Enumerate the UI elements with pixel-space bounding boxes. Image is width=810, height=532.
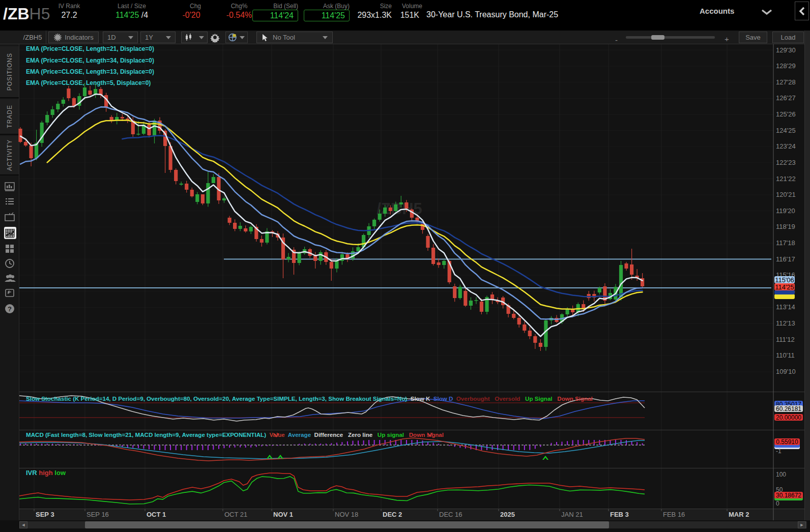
svg-text:112'13: 112'13	[776, 319, 795, 327]
svg-text:109'10: 109'10	[776, 368, 796, 375]
svg-text:120'21: 120'21	[776, 191, 796, 198]
svg-text:113'14: 113'14	[776, 303, 795, 311]
svg-text:2025: 2025	[500, 511, 515, 518]
svg-text:115'06: 115'06	[775, 276, 794, 284]
svg-text:IVR high low: IVR high low	[26, 469, 66, 477]
svg-text:122'23: 122'23	[776, 159, 796, 166]
svg-text:119'20: 119'20	[776, 207, 795, 215]
svg-text:20.00000: 20.00000	[776, 414, 801, 421]
svg-text:EMA (Price=CLOSE, Length=21, D: EMA (Price=CLOSE, Length=21, Displace=0)	[26, 45, 154, 52]
svg-text:MACD (Fast length=8, Slow leng: MACD (Fast length=8, Slow length=21, MAC…	[26, 431, 444, 438]
svg-text:127'28: 127'28	[776, 78, 796, 86]
svg-text:NOV 1: NOV 1	[273, 511, 293, 518]
svg-text:125'26: 125'26	[776, 110, 796, 118]
svg-text:110'11: 110'11	[776, 351, 795, 359]
svg-text:0: 0	[776, 500, 779, 507]
svg-text:NOV 18: NOV 18	[335, 511, 358, 518]
svg-text:Slow Stochastic (K Period=14,: Slow Stochastic (K Period=14, D Period=9…	[26, 395, 593, 402]
svg-text:124'25: 124'25	[776, 127, 796, 134]
svg-text:OCT 1: OCT 1	[147, 511, 166, 518]
svg-text:MAR 2: MAR 2	[729, 511, 749, 518]
svg-text:118'19: 118'19	[776, 223, 795, 230]
svg-text:121'22: 121'22	[776, 175, 796, 183]
svg-text:114'25: 114'25	[775, 283, 794, 291]
svg-text:126'27: 126'27	[776, 94, 796, 102]
svg-text:OCT 21: OCT 21	[224, 511, 247, 518]
svg-text:116'17: 116'17	[776, 255, 795, 263]
svg-text:SEP 3: SEP 3	[36, 511, 54, 518]
svg-text:129'30: 129'30	[776, 46, 796, 54]
svg-text:60.26181: 60.26181	[776, 405, 801, 412]
svg-text:FEB 16: FEB 16	[663, 511, 685, 518]
svg-text:EMA (Price=CLOSE, Length=34, D: EMA (Price=CLOSE, Length=34, Displace=0)	[26, 57, 154, 64]
svg-text:111'12: 111'12	[776, 336, 795, 343]
svg-text:-1: -1	[776, 448, 782, 455]
svg-text:128'29: 128'29	[776, 62, 796, 70]
svg-text:EMA (Price=CLOSE, Length=13, D: EMA (Price=CLOSE, Length=13, Displace=0)	[26, 68, 154, 75]
svg-text:EMA (Price=CLOSE, Length=5, Di: EMA (Price=CLOSE, Length=5, Displace=0)	[26, 79, 151, 86]
svg-text:0.55910: 0.55910	[776, 438, 798, 446]
svg-text:100: 100	[776, 471, 786, 478]
svg-text:123'24: 123'24	[776, 142, 796, 150]
svg-text:DEC 2: DEC 2	[383, 511, 402, 518]
svg-text:SEP 16: SEP 16	[86, 511, 109, 518]
svg-text:FEB 3: FEB 3	[610, 511, 629, 518]
svg-text:117'18: 117'18	[776, 239, 795, 247]
svg-text:DEC 16: DEC 16	[439, 511, 462, 518]
svg-text:JAN 21: JAN 21	[561, 511, 583, 518]
svg-text:30.18672: 30.18672	[776, 492, 801, 499]
